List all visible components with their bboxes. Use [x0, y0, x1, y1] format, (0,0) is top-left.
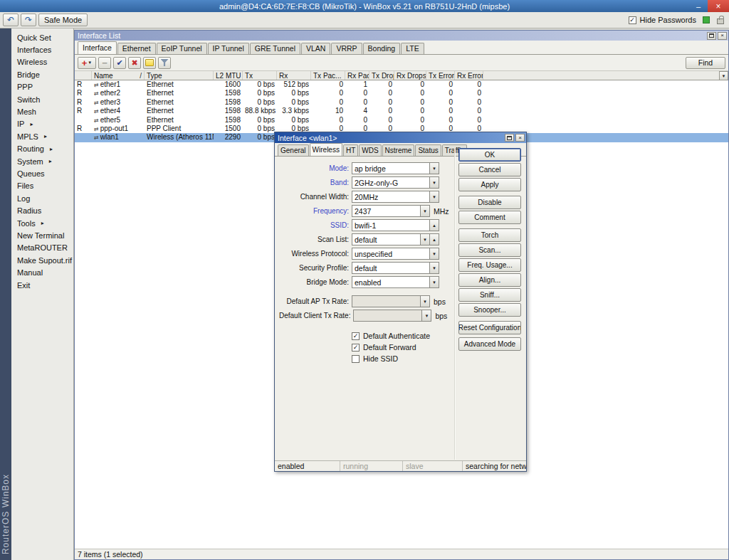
- dropdown-button[interactable]: ▼: [430, 276, 439, 288]
- column-header-l2mtu[interactable]: L2 MTU: [214, 71, 243, 80]
- sidebar-item-ppp[interactable]: PPP: [11, 81, 73, 93]
- minimize-button[interactable]: –: [689, 0, 708, 12]
- dialog-tab-wds[interactable]: WDS: [359, 144, 381, 156]
- column-header-tx_drops[interactable]: Tx Drops: [369, 71, 394, 80]
- dialog-tab-nstreme[interactable]: Nstreme: [382, 144, 415, 156]
- tab-lte[interactable]: LTE: [401, 43, 424, 54]
- filter-button[interactable]: [158, 57, 171, 69]
- sniff-button[interactable]: Sniff...: [458, 288, 521, 302]
- checkbox-box[interactable]: [352, 355, 360, 363]
- hide-passwords-checkbox[interactable]: ✓: [629, 16, 636, 24]
- column-header-rx_packets[interactable]: Rx Pac...: [345, 71, 369, 80]
- field-input-frequency[interactable]: 2437: [352, 205, 421, 217]
- sidebar-item-queues[interactable]: Queues: [11, 167, 73, 179]
- sidebar-item-tools[interactable]: Tools▸: [11, 217, 73, 229]
- table-row-ether4[interactable]: R⇄ether4Ethernet159888.8 kbps3.3 kbps104…: [75, 107, 728, 115]
- collapse-button[interactable]: ▲: [430, 219, 439, 231]
- sidebar-item-new-terminal[interactable]: New Terminal: [11, 229, 73, 241]
- comment-button[interactable]: Comment: [458, 211, 521, 224]
- field-input-scan-list[interactable]: default: [352, 233, 421, 245]
- advanced-mode-button[interactable]: Advanced Mode: [458, 337, 521, 351]
- sidebar-item-routing[interactable]: Routing▸: [11, 143, 73, 155]
- sidebar-item-wireless[interactable]: Wireless: [11, 56, 73, 68]
- field-input-wireless-protocol[interactable]: unspecified: [352, 248, 430, 260]
- dropdown-button[interactable]: ▼: [430, 262, 439, 274]
- dropdown-button[interactable]: ▼: [422, 310, 431, 322]
- reset-configuration-button[interactable]: Reset Configuration: [458, 321, 521, 334]
- sidebar-item-system[interactable]: System▸: [11, 155, 73, 167]
- add-button[interactable]: + ▼: [78, 57, 96, 69]
- sidebar-item-ip[interactable]: IP▸: [11, 118, 73, 130]
- tab-eoip-tunnel[interactable]: EoIP Tunnel: [157, 43, 207, 54]
- checkbox-hide-ssid[interactable]: Hide SSID: [352, 353, 457, 364]
- column-header-rx_drops[interactable]: Rx Drops: [394, 71, 426, 80]
- table-row-ether5[interactable]: ⇄ether5Ethernet15980 bps0 bps000000: [75, 116, 728, 125]
- sidebar-item-quick-set[interactable]: Quick Set: [11, 31, 73, 43]
- window-restore-button[interactable]: [707, 32, 716, 40]
- safe-mode-button[interactable]: Safe Mode: [38, 14, 88, 26]
- snooper-button[interactable]: Snooper...: [458, 303, 521, 317]
- checkbox-default-forward[interactable]: ✓Default Forward: [352, 342, 457, 353]
- tab-vrrp[interactable]: VRRP: [331, 43, 362, 54]
- redo-button[interactable]: ↷: [21, 14, 36, 26]
- scan-button[interactable]: Scan...: [458, 243, 521, 257]
- column-header-type[interactable]: Type: [145, 71, 214, 80]
- dialog-close-button[interactable]: ×: [515, 134, 525, 142]
- dropdown-button[interactable]: ▼: [421, 233, 430, 245]
- dialog-tab-status[interactable]: Status: [415, 144, 441, 156]
- column-header-tx_packets[interactable]: Tx Pac...: [311, 71, 345, 80]
- dialog-restore-button[interactable]: [505, 134, 514, 142]
- dropdown-button[interactable]: ▼: [430, 191, 439, 203]
- disable-button[interactable]: Disable: [458, 196, 521, 209]
- column-chooser-button[interactable]: ▼: [719, 71, 728, 80]
- column-header-rx[interactable]: Rx: [277, 71, 311, 80]
- window-close-button[interactable]: ×: [718, 32, 727, 40]
- sidebar-item-make-supout-rif[interactable]: Make Supout.rif: [11, 254, 73, 266]
- cancel-button[interactable]: Cancel: [458, 163, 521, 176]
- table-row-ether3[interactable]: R⇄ether3Ethernet15980 bps0 bps000000: [75, 98, 728, 107]
- tab-bonding[interactable]: Bonding: [363, 43, 401, 54]
- checkbox-box[interactable]: ✓: [352, 332, 360, 340]
- checkbox-default-authenticate[interactable]: ✓Default Authenticate: [352, 330, 457, 342]
- ok-button[interactable]: OK: [458, 148, 521, 162]
- sidebar-item-files[interactable]: Files: [11, 180, 73, 192]
- column-header-flag[interactable]: [75, 71, 92, 80]
- remove-button[interactable]: −: [98, 57, 111, 69]
- comment-button[interactable]: [143, 57, 156, 69]
- sidebar-item-manual[interactable]: Manual: [11, 266, 73, 278]
- dialog-titlebar[interactable]: Interface <wlan1> ×: [275, 132, 526, 143]
- dialog-tab-ht[interactable]: HT: [343, 144, 358, 156]
- field-input-bridge-mode[interactable]: enabled: [352, 276, 430, 288]
- sidebar-item-metarouter[interactable]: MetaROUTER: [11, 242, 73, 254]
- table-row-ether2[interactable]: R⇄ether2Ethernet15980 bps0 bps000000: [75, 89, 728, 97]
- tab-gre-tunnel[interactable]: GRE Tunnel: [250, 43, 300, 54]
- enable-button[interactable]: ✔: [113, 57, 126, 69]
- column-header-tx_errors[interactable]: Tx Errors: [426, 71, 455, 80]
- close-button[interactable]: ×: [708, 0, 729, 12]
- checkbox-box[interactable]: ✓: [352, 344, 360, 352]
- sidebar-item-radius[interactable]: Radius: [11, 204, 73, 216]
- sidebar-item-log[interactable]: Log: [11, 192, 73, 204]
- interface-list-titlebar[interactable]: Interface List ×: [75, 31, 728, 41]
- dialog-tab-wireless[interactable]: Wireless: [310, 143, 342, 156]
- field-input-channel-width[interactable]: 20MHz: [352, 191, 430, 203]
- column-header-rx_errors[interactable]: Rx Errors: [455, 71, 483, 80]
- dropdown-button[interactable]: ▼: [430, 248, 439, 260]
- dropdown-button[interactable]: ▼: [421, 295, 430, 307]
- table-row-ether1[interactable]: R⇄ether1Ethernet16000 bps512 bps010000: [75, 80, 728, 89]
- apply-button[interactable]: Apply: [458, 178, 521, 191]
- dropdown-button[interactable]: ▼: [430, 176, 439, 189]
- sidebar-item-switch[interactable]: Switch: [11, 93, 73, 105]
- field-input-mode[interactable]: ap bridge: [352, 162, 430, 174]
- align-button[interactable]: Align...: [458, 273, 521, 287]
- find-button[interactable]: Find: [686, 57, 725, 69]
- sidebar-item-bridge[interactable]: Bridge: [11, 68, 73, 80]
- sidebar-item-interfaces[interactable]: Interfaces: [11, 43, 73, 56]
- sidebar-item-mpls[interactable]: MPLS▸: [11, 130, 73, 142]
- tab-ip-tunnel[interactable]: IP Tunnel: [208, 43, 249, 54]
- column-header-tx[interactable]: Tx: [243, 71, 277, 80]
- sidebar-item-exit[interactable]: Exit: [11, 279, 73, 291]
- field-input-band[interactable]: 2GHz-only-G: [352, 176, 430, 189]
- column-header-name[interactable]: Name/: [92, 71, 145, 80]
- field-input-security-profile[interactable]: default: [352, 262, 430, 274]
